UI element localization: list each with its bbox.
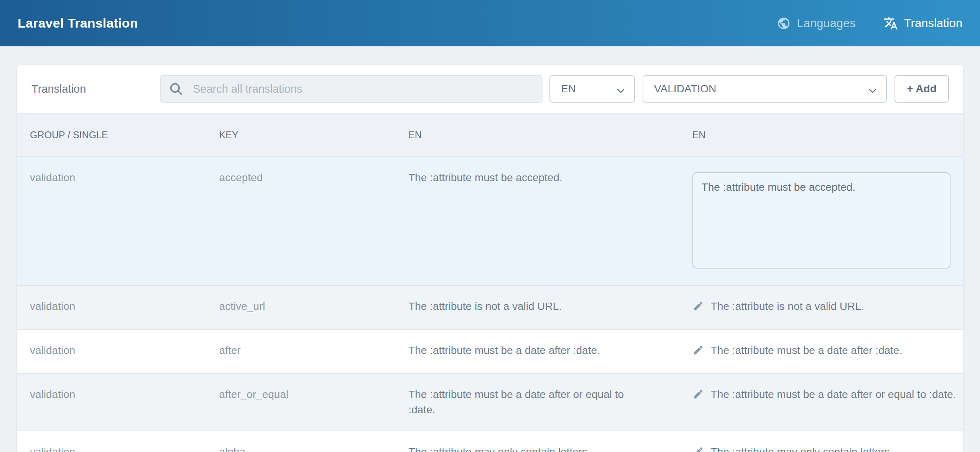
cell-key: after: [206, 330, 396, 373]
translation-editable[interactable]: The :attribute must be a date after or e…: [692, 387, 963, 404]
nav-item-label: Languages: [797, 16, 855, 30]
language-select-value: EN: [561, 83, 576, 95]
edit-pencil-icon: [692, 446, 704, 452]
table-row: validationafter_or_equalThe :attribute m…: [17, 373, 963, 431]
cell-translation: The :attribute may only contain letters.: [679, 431, 963, 452]
cell-group: validation: [17, 374, 206, 431]
cell-source-text: The :attribute must be accepted.: [395, 157, 679, 285]
chevron-down-icon: [616, 86, 626, 98]
translation-edit-textarea[interactable]: [692, 172, 950, 269]
table-body: validationacceptedThe :attribute must be…: [17, 157, 963, 452]
nav-item-translation[interactable]: Translation: [883, 16, 962, 31]
cell-key: alpha: [206, 431, 396, 452]
cell-translation: The :attribute is not a valid URL.: [679, 286, 963, 329]
cell-source-text: The :attribute must be a date after or e…: [395, 374, 679, 431]
search-wrap: [160, 75, 543, 103]
group-select-value: VALIDATION: [654, 83, 716, 95]
table-row: validationacceptedThe :attribute must be…: [17, 157, 963, 285]
cell-key: after_or_equal: [206, 374, 396, 431]
cell-source-text: The :attribute must be a date after :dat…: [395, 330, 679, 373]
edit-pencil-icon: [692, 344, 704, 360]
language-select[interactable]: EN: [549, 75, 635, 103]
search-input[interactable]: [160, 75, 543, 103]
table-header: GROUP / SINGLE KEY EN EN: [17, 114, 963, 157]
header-group-single: GROUP / SINGLE: [17, 129, 206, 141]
toolbar: Translation EN VALIDATION: [17, 65, 963, 114]
page-title: Translation: [30, 83, 160, 95]
edit-pencil-icon: [692, 388, 704, 404]
cell-group: validation: [17, 431, 206, 452]
navbar: Laravel Translation Languages Translatio…: [0, 0, 980, 46]
cell-source-text: The :attribute may only contain letters.: [395, 431, 679, 452]
translation-card: Translation EN VALIDATION: [17, 65, 963, 452]
header-translation-en: EN: [679, 129, 963, 141]
app-title: Laravel Translation: [18, 16, 138, 31]
cell-key: accepted: [206, 157, 396, 285]
translation-text: The :attribute may only contain letters.: [711, 444, 893, 452]
nav-links: Languages Translation: [777, 16, 962, 31]
translation-editable[interactable]: The :attribute must be a date after :dat…: [692, 343, 963, 360]
nav-item-label: Translation: [904, 16, 962, 30]
translation-text: The :attribute must be a date after :dat…: [711, 343, 903, 358]
table-row: validationactive_urlThe :attribute is no…: [17, 285, 963, 329]
header-source-en: EN: [395, 129, 679, 141]
cell-key: active_url: [206, 286, 396, 329]
cell-source-text: The :attribute is not a valid URL.: [395, 286, 679, 329]
cell-group: validation: [17, 286, 206, 329]
translation-editable[interactable]: The :attribute is not a valid URL.: [692, 299, 963, 316]
group-select[interactable]: VALIDATION: [643, 75, 887, 103]
table-row: validationalphaThe :attribute may only c…: [17, 431, 963, 452]
cell-group: validation: [17, 157, 206, 285]
globe-icon: [777, 16, 791, 30]
cell-translation: The :attribute must be a date after or e…: [679, 374, 963, 431]
translation-text: The :attribute is not a valid URL.: [711, 299, 864, 314]
table-row: validationafterThe :attribute must be a …: [17, 329, 963, 373]
translation-editable[interactable]: The :attribute may only contain letters.: [692, 444, 963, 452]
cell-group: validation: [17, 330, 206, 373]
header-key: KEY: [206, 129, 396, 141]
add-button[interactable]: + Add: [894, 75, 949, 103]
edit-pencil-icon: [692, 300, 704, 316]
cell-translation: [679, 157, 963, 285]
chevron-down-icon: [868, 86, 878, 98]
nav-item-languages[interactable]: Languages: [777, 16, 855, 30]
search-icon: [168, 81, 184, 98]
translate-icon: [883, 16, 898, 31]
cell-translation: The :attribute must be a date after :dat…: [679, 330, 963, 373]
translation-text: The :attribute must be a date after or e…: [711, 387, 956, 402]
